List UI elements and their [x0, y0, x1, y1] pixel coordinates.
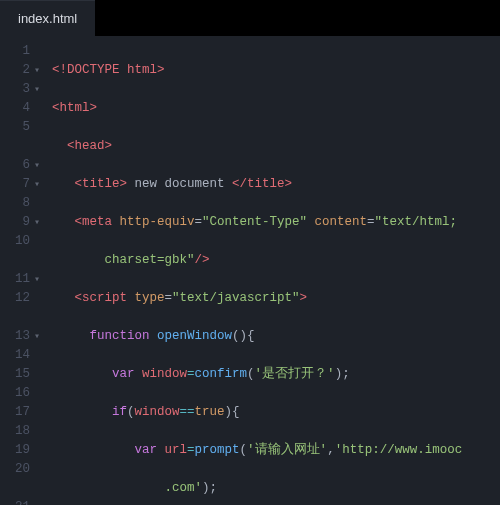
fold-icon[interactable]: ▾ — [34, 270, 40, 289]
line-number: 2▾ — [0, 61, 30, 80]
line-number — [0, 137, 30, 156]
line-number: 7▾ — [0, 175, 30, 194]
tab-label: index.html — [18, 11, 77, 26]
line-number: 4 — [0, 99, 30, 118]
line-number: 6▾ — [0, 156, 30, 175]
line-number: 8 — [0, 194, 30, 213]
line-number: 17 — [0, 403, 30, 422]
fold-icon[interactable]: ▾ — [34, 80, 40, 99]
line-number: 13▾ — [0, 327, 30, 346]
fold-icon[interactable]: ▾ — [34, 61, 40, 80]
code-area[interactable]: <!DOCTYPE html> <html> <head> <title> ne… — [38, 36, 500, 505]
fold-icon[interactable]: ▾ — [34, 213, 40, 232]
line-number: 1 — [0, 42, 30, 61]
fold-icon[interactable]: ▾ — [34, 156, 40, 175]
line-number — [0, 479, 30, 498]
tab-index-html[interactable]: index.html — [0, 0, 95, 36]
line-number: 20 — [0, 460, 30, 479]
code-editor[interactable]: 1 2▾ 3▾ 4 5 6▾ 7▾ 8 9▾ 10 11▾ 12 13▾ 14 … — [0, 36, 500, 505]
line-number: 15 — [0, 365, 30, 384]
line-number: 11▾ — [0, 270, 30, 289]
line-number: 14 — [0, 346, 30, 365]
line-number: 9▾ — [0, 213, 30, 232]
line-number: 16 — [0, 384, 30, 403]
line-number: 10 — [0, 232, 30, 251]
line-number — [0, 308, 30, 327]
line-number — [0, 251, 30, 270]
line-number: 21 — [0, 498, 30, 505]
tab-bar: index.html — [0, 0, 500, 36]
line-number: 19 — [0, 441, 30, 460]
fold-icon[interactable]: ▾ — [34, 175, 40, 194]
line-number: 12 — [0, 289, 30, 308]
line-gutter: 1 2▾ 3▾ 4 5 6▾ 7▾ 8 9▾ 10 11▾ 12 13▾ 14 … — [0, 36, 38, 505]
line-number: 18 — [0, 422, 30, 441]
line-number: 5 — [0, 118, 30, 137]
line-number: 3▾ — [0, 80, 30, 99]
fold-icon[interactable]: ▾ — [34, 327, 40, 346]
